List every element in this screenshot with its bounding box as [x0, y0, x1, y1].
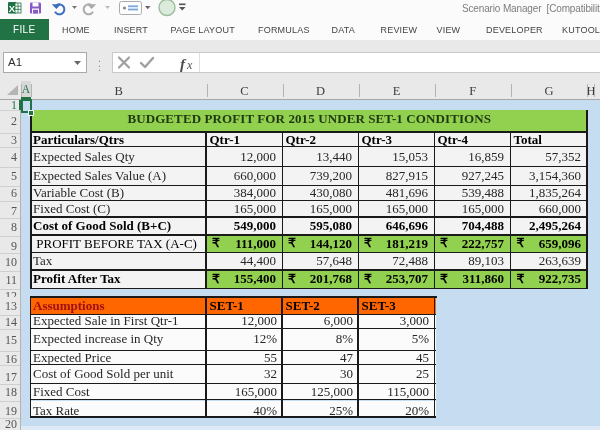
svg-text:f: f: [180, 55, 187, 72]
svg-text:x: x: [186, 58, 193, 72]
svg-text:X: X: [9, 3, 16, 14]
